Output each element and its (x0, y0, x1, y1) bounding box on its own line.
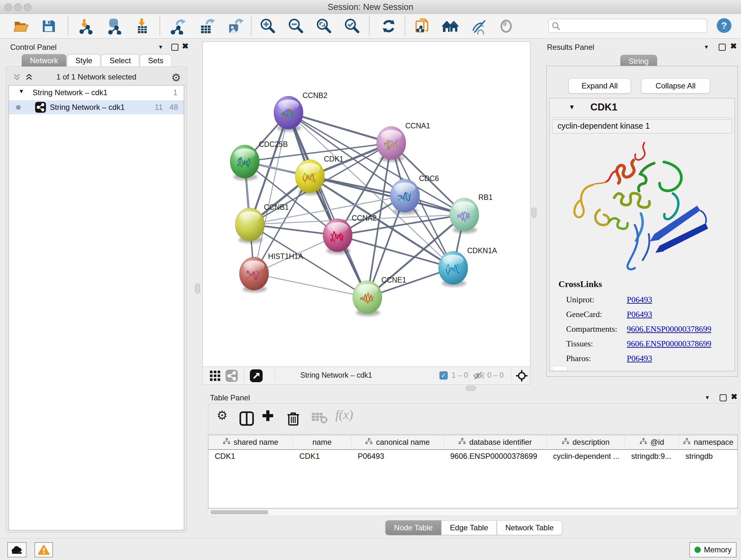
column-header-name[interactable]: name (293, 435, 351, 449)
crosslinks-hscrollbar[interactable] (552, 366, 567, 371)
collapse-all-networks-icon[interactable] (12, 73, 21, 83)
grid-view-icon[interactable] (210, 370, 220, 382)
node-details-header[interactable]: ▼ CDK1 (549, 98, 735, 118)
crosslink-link[interactable]: 9606.ENSP00000378699 (627, 324, 711, 334)
network-row-selected[interactable]: String Network – cdk1 11 48 (9, 100, 184, 114)
expand-all-button[interactable]: Expand All (568, 78, 631, 94)
cell-namespace[interactable]: stringdb (679, 452, 738, 461)
delete-column-icon[interactable] (286, 411, 301, 428)
zoom-selected-icon[interactable] (343, 18, 360, 35)
node-rb1[interactable] (450, 198, 479, 233)
results-panel-close-button[interactable]: ✖ (730, 42, 737, 51)
hide-unhide-icon[interactable] (471, 18, 488, 35)
collapse-all-button[interactable]: Collapse All (641, 78, 710, 94)
close-window-button[interactable] (4, 3, 12, 11)
zoom-in-icon[interactable] (259, 18, 276, 35)
column-header-description[interactable]: description (547, 435, 625, 449)
selected-checkbox-icon[interactable]: ✓ (440, 371, 448, 380)
table-panel-menu-button[interactable]: ▼ (704, 395, 710, 401)
cloud-button[interactable] (7, 542, 26, 557)
column-header-canonical-name[interactable]: canonical name (351, 435, 444, 449)
show-home-icon[interactable] (442, 18, 458, 35)
table-hscrollbar[interactable] (208, 509, 738, 516)
warnings-button[interactable] (35, 542, 53, 557)
node-cdk1[interactable] (295, 160, 325, 195)
fit-selected-crosshair-icon[interactable] (515, 369, 528, 383)
table-panel-close-button[interactable]: ✖ (731, 392, 738, 401)
node-table[interactable]: shared namenamecanonical namedatabase id… (208, 435, 738, 508)
refresh-layout-icon[interactable] (381, 18, 397, 35)
cell-database-identifier[interactable]: 9606.ENSP00000378699 (444, 452, 547, 461)
memory-button[interactable]: Memory (689, 542, 737, 557)
crosslink-link[interactable]: P06493 (627, 295, 652, 305)
results-panel-menu-button[interactable]: ▼ (704, 44, 709, 51)
right-splitter-handle[interactable] (531, 207, 536, 218)
minimize-window-button[interactable] (14, 3, 22, 11)
results-panel-float-button[interactable] (719, 44, 726, 51)
control-panel-menu-button[interactable]: ▼ (158, 44, 163, 51)
export-network-icon[interactable] (170, 18, 186, 35)
column-header-shared-name[interactable]: shared name (208, 435, 293, 449)
table-options-gear-icon[interactable]: ⚙ (217, 408, 227, 422)
column-header-@id[interactable]: @id (625, 435, 679, 449)
export-image-icon[interactable] (226, 18, 243, 35)
search-field[interactable] (548, 19, 707, 33)
crosslink-link[interactable]: P06493 (627, 310, 652, 319)
import-network-from-database-icon[interactable] (105, 18, 122, 35)
save-session-icon[interactable] (40, 18, 57, 35)
column-header-database-identifier[interactable]: database identifier (444, 435, 547, 449)
control-panel-close-button[interactable]: ✖ (182, 42, 189, 51)
bottom-splitter-handle[interactable] (466, 386, 476, 391)
cell-@id[interactable]: stringdb:9... (625, 452, 679, 461)
show-columns-icon[interactable] (239, 411, 254, 428)
column-header-namespace[interactable]: namespace (679, 435, 738, 449)
crosslink-link[interactable]: 9606.ENSP00000378699 (627, 339, 711, 349)
new-view-icon[interactable] (250, 369, 263, 383)
node-ccna1[interactable] (377, 126, 406, 162)
left-splitter-handle[interactable] (195, 284, 200, 294)
edge-hist1h1a-ccne1[interactable] (254, 273, 367, 297)
table-panel-float-button[interactable] (720, 394, 727, 401)
table-hscrollbar-thumb[interactable] (210, 510, 268, 514)
node-ccnb1[interactable] (235, 208, 265, 243)
maximize-window-button[interactable] (23, 3, 31, 11)
zoom-fit-content-icon[interactable] (315, 18, 332, 35)
tab-network[interactable]: Network (22, 54, 66, 67)
node-ccna2[interactable] (323, 219, 352, 254)
export-table-icon[interactable] (199, 18, 215, 35)
collection-expand-caret[interactable]: ▼ (18, 88, 24, 95)
zoom-out-icon[interactable] (287, 18, 304, 35)
birds-eye-view-icon[interactable] (498, 18, 515, 35)
network-canvas[interactable]: CCNB2CCNA1CDC25BCDK1CDC6RB1CCNB1CCNA2CDK… (202, 42, 530, 367)
node-hist1h1a[interactable] (239, 257, 269, 293)
open-session-icon[interactable] (13, 18, 29, 35)
help-button[interactable]: ? (717, 18, 731, 33)
cell-name[interactable]: CDK1 (293, 452, 351, 461)
cell-canonical-name[interactable]: P06493 (351, 452, 444, 461)
tab-edge-table[interactable]: Edge Table (441, 520, 497, 535)
network-collection-row[interactable]: ▼ String Network – cdk1 1 (9, 85, 184, 100)
tab-network-table[interactable]: Network Table (497, 520, 562, 535)
import-table-from-file-icon[interactable] (134, 18, 151, 35)
network-options-gear-icon[interactable]: ⚙ (172, 71, 181, 84)
control-panel-float-button[interactable] (172, 44, 179, 51)
tab-node-table[interactable]: Node Table (386, 520, 441, 535)
clone-network-icon[interactable] (414, 18, 431, 35)
import-network-from-file-icon[interactable] (78, 18, 94, 35)
create-column-icon[interactable]: ✚ (262, 408, 274, 424)
tab-select[interactable]: Select (101, 54, 139, 67)
crosslink-link[interactable]: P06493 (627, 354, 652, 363)
cell-description[interactable]: cyclin-dependent ... (547, 452, 625, 461)
tab-sets[interactable]: Sets (140, 54, 172, 67)
node-ccnb2[interactable] (274, 96, 303, 132)
expand-all-networks-icon[interactable] (24, 73, 33, 83)
node-cdc6[interactable] (390, 179, 420, 214)
node-ccne1[interactable] (353, 281, 382, 316)
cell-shared-name[interactable]: CDK1 (208, 452, 293, 461)
edge-ccnb2-hist1h1a[interactable] (254, 113, 288, 273)
node-cdkn1a[interactable] (439, 251, 468, 287)
table-row[interactable]: CDK1CDK1P064939606.ENSP00000378699cyclin… (208, 450, 738, 462)
search-input[interactable] (562, 20, 704, 31)
node-details-caret[interactable]: ▼ (569, 104, 575, 111)
node-cdc25b[interactable] (230, 145, 259, 180)
